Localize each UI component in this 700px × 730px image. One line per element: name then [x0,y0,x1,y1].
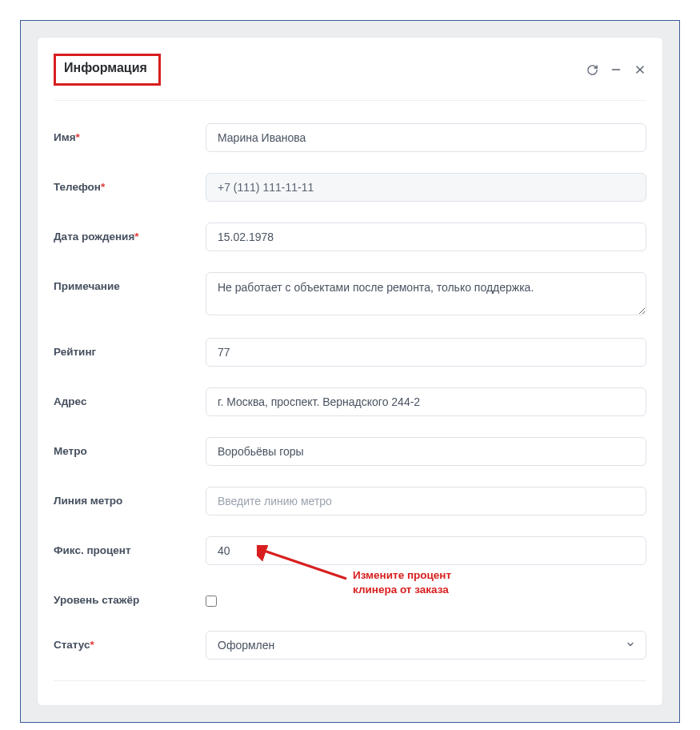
metro-line-field[interactable] [206,487,646,515]
panel-title: Информация [64,61,147,74]
minimize-icon[interactable] [610,63,622,76]
row-fixed-percent: Фикс. процент Измените процент к [54,536,646,567]
row-status: Статус* Оформлен [54,631,646,661]
name-field[interactable] [206,123,646,152]
label-status: Статус* [54,631,206,651]
bottom-divider [54,680,646,681]
fixed-percent-field[interactable] [206,536,646,565]
label-rating: Рейтинг [54,338,206,358]
close-icon[interactable] [634,63,646,76]
metro-field[interactable] [206,437,646,466]
label-dob: Дата рождения* [54,223,206,243]
title-highlight-box: Информация [54,54,161,86]
label-metro-line: Линия метро [54,487,206,507]
phone-field[interactable] [206,173,646,202]
label-phone: Телефон* [54,173,206,193]
label-fixed-percent: Фикс. процент [54,536,206,556]
row-name: Имя* [54,123,646,154]
info-card: Информация Имя* Телефон* [37,37,663,706]
rating-field[interactable] [206,338,646,367]
card-header: Информация [54,54,646,101]
trainee-checkbox[interactable] [206,596,217,607]
label-trainee: Уровень стажёр [54,586,206,606]
refresh-icon[interactable] [586,63,598,76]
row-trainee: Уровень стажёр [54,586,646,616]
status-select[interactable]: Оформлен [206,631,646,660]
card-actions [586,63,646,76]
label-name: Имя* [54,123,206,143]
outer-frame: Информация Имя* Телефон* [20,20,680,723]
row-phone: Телефон* [54,173,646,203]
row-note: Примечание [54,272,646,319]
row-address: Адрес [54,387,646,418]
address-field[interactable] [206,387,646,416]
dob-field[interactable] [206,223,646,251]
label-address: Адрес [54,387,206,407]
row-dob: Дата рождения* [54,223,646,253]
row-rating: Рейтинг [54,338,646,368]
label-metro: Метро [54,437,206,457]
label-note: Примечание [54,272,206,292]
row-metro-line: Линия метро [54,487,646,517]
note-field[interactable] [206,272,646,315]
row-metro: Метро [54,437,646,467]
